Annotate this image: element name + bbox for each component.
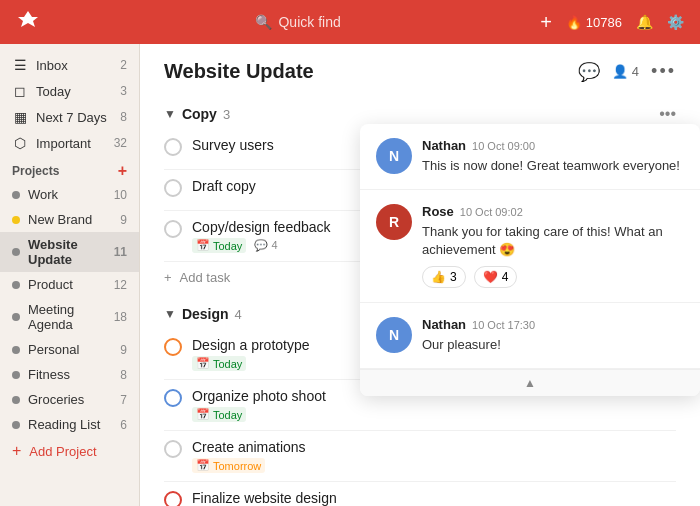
app-container: 🔍 Quick find + 🔥 10786 🔔 ⚙️ ☰ Inbox 2 ◻ … [0, 0, 700, 506]
sidebar-label-inbox: Inbox [36, 58, 68, 73]
comment-item-3: N Nathan 10 Oct 17:30 Our pleasure! [360, 303, 700, 369]
body: ☰ Inbox 2 ◻ Today 3 ▦ Next 7 Days 8 ⬡ Im… [0, 44, 700, 506]
more-options-icon[interactable]: ••• [651, 61, 676, 82]
comment-item-2: R Rose 10 Oct 09:02 Thank you for taking… [360, 190, 700, 302]
comment-avatar-1: N [376, 138, 412, 174]
websiteupdate-badge: 11 [114, 245, 127, 259]
task-animations: Create animations 📅 Tomorrow [164, 431, 676, 482]
collaborators: 👤 4 [612, 64, 639, 79]
next7-icon: ▦ [12, 109, 28, 125]
sidebar-label-readinglist: Reading List [28, 417, 100, 432]
sidebar-item-next7[interactable]: ▦ Next 7 Days 8 [0, 104, 139, 130]
task-date-6: 📅 Tomorrow [192, 458, 265, 473]
important-icon: ⬡ [12, 135, 28, 151]
sidebar-item-readinglist[interactable]: Reading List 6 [0, 412, 139, 437]
sidebar-item-personal[interactable]: Personal 9 [0, 337, 139, 362]
sidebar-item-important[interactable]: ⬡ Important 32 [0, 130, 139, 156]
sidebar-item-work[interactable]: Work 10 [0, 182, 139, 207]
meetingagenda-dot [12, 313, 20, 321]
add-icon[interactable]: + [540, 11, 552, 34]
notifications-icon[interactable]: 🔔 [636, 14, 653, 30]
add-task-label: Add task [180, 270, 231, 285]
task-content-6: Create animations 📅 Tomorrow [192, 439, 676, 473]
add-project-icon[interactable]: + [118, 162, 127, 180]
scroll-indicator: ▲ [360, 369, 700, 396]
comment-time-1: 10 Oct 09:00 [472, 140, 535, 152]
task-checkbox-1[interactable] [164, 138, 182, 156]
comment-time-2: 10 Oct 09:02 [460, 206, 523, 218]
reaction-thumbsup[interactable]: 👍 3 [422, 266, 466, 288]
fitness-badge: 8 [120, 368, 127, 382]
today-badge: 3 [120, 84, 127, 98]
projects-label: Projects [12, 164, 118, 178]
chevron-up-icon: ▲ [524, 376, 536, 390]
sidebar-item-websiteupdate[interactable]: Website Update 11 [0, 232, 139, 272]
comment-avatar-3: N [376, 317, 412, 353]
meetingagenda-badge: 18 [114, 310, 127, 324]
thumbsup-emoji: 👍 [431, 270, 446, 284]
groceries-dot [12, 396, 20, 404]
comment-body-2: Rose 10 Oct 09:02 Thank you for taking c… [422, 204, 684, 287]
comment-icon[interactable]: 💬 [578, 61, 600, 83]
task-name-6: Create animations [192, 439, 676, 455]
task-checkbox-3[interactable] [164, 220, 182, 238]
readinglist-dot [12, 421, 20, 429]
design-chevron-icon: ▼ [164, 307, 176, 321]
product-dot [12, 281, 20, 289]
comment-time-3: 10 Oct 17:30 [472, 319, 535, 331]
design-section-count: 4 [235, 307, 242, 322]
sidebar-item-groceries[interactable]: Groceries 7 [0, 387, 139, 412]
commenter-name-1: Nathan [422, 138, 466, 153]
karma-display: 🔥 10786 [566, 15, 622, 30]
thumbsup-count: 3 [450, 270, 457, 284]
sidebar-item-product[interactable]: Product 12 [0, 272, 139, 297]
app-logo[interactable] [16, 9, 40, 36]
task-checkbox-4[interactable] [164, 338, 182, 356]
commenter-name-2: Rose [422, 204, 454, 219]
sidebar-item-fitness[interactable]: Fitness 8 [0, 362, 139, 387]
comment-overlay: N Nathan 10 Oct 09:00 This is now done! … [360, 124, 700, 396]
sidebar-label-websiteupdate: Website Update [28, 237, 106, 267]
comment-avatar-2: R [376, 204, 412, 240]
search-box[interactable]: 🔍 Quick find [255, 14, 340, 30]
next7-badge: 8 [120, 110, 127, 124]
settings-icon[interactable]: ⚙️ [667, 14, 684, 30]
comment-header-1: Nathan 10 Oct 09:00 [422, 138, 684, 153]
task-checkbox-5[interactable] [164, 389, 182, 407]
websiteupdate-dot [12, 248, 20, 256]
sidebar-item-today[interactable]: ◻ Today 3 [0, 78, 139, 104]
sidebar-item-newbrand[interactable]: New Brand 9 [0, 207, 139, 232]
add-task-icon: + [164, 270, 172, 285]
calendar-icon-6: 📅 [196, 459, 210, 472]
sidebar-item-meetingagenda[interactable]: Meeting Agenda 18 [0, 297, 139, 337]
calendar-icon: 📅 [196, 239, 210, 252]
task-name-7: Finalize website design [192, 490, 676, 506]
calendar-icon-5: 📅 [196, 408, 210, 421]
sidebar-label-personal: Personal [28, 342, 79, 357]
reaction-heart[interactable]: ❤️ 4 [474, 266, 518, 288]
heart-emoji: ❤️ [483, 270, 498, 284]
sidebar-label-today: Today [36, 84, 71, 99]
header-actions: + 🔥 10786 🔔 ⚙️ [540, 11, 684, 34]
sidebar-item-inbox[interactable]: ☰ Inbox 2 [0, 52, 139, 78]
sidebar-label-work: Work [28, 187, 58, 202]
comment-reactions-2: 👍 3 ❤️ 4 [422, 266, 684, 288]
collaborator-count: 4 [632, 64, 639, 79]
newbrand-dot [12, 216, 20, 224]
task-checkbox-2[interactable] [164, 179, 182, 197]
comment-header-2: Rose 10 Oct 09:02 [422, 204, 684, 219]
design-section-title: Design [182, 306, 229, 322]
comment-text-3: Our pleasure! [422, 336, 684, 354]
task-finalize-design: Finalize website design 📅 Thursday [164, 482, 676, 506]
task-comments-3: 💬 4 [254, 239, 277, 252]
task-checkbox-7[interactable] [164, 491, 182, 506]
add-project-label: Add Project [29, 444, 96, 459]
person-icon: 👤 [612, 64, 628, 79]
search-icon: 🔍 [255, 14, 272, 30]
comment-text-1: This is now done! Great teamwork everyon… [422, 157, 684, 175]
fitness-dot [12, 371, 20, 379]
sidebar-item-addproject[interactable]: + Add Project [0, 437, 139, 465]
copy-more-icon[interactable]: ••• [659, 105, 676, 123]
task-checkbox-6[interactable] [164, 440, 182, 458]
karma-icon: 🔥 [566, 15, 582, 30]
